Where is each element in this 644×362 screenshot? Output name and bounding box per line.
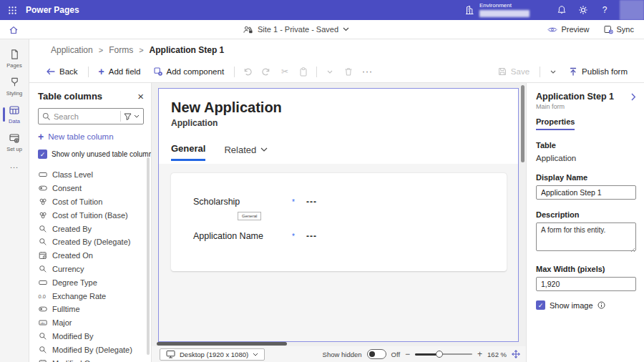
sidebar-item-data[interactable]: Data (0, 101, 29, 129)
table-column-item[interactable]: Created On (38, 249, 151, 263)
sidebar-item-styling[interactable]: Styling (0, 73, 29, 101)
table-column-item[interactable]: Created By (38, 222, 151, 235)
canvas-vertical-scrollbar[interactable] (521, 85, 525, 162)
canvas-horizontal-scrollbar (152, 342, 526, 346)
properties-panel: Application Step 1 Main form Properties … (526, 83, 644, 362)
table-column-item[interactable]: Class Level (38, 168, 151, 182)
table-column-item[interactable]: Modified On (38, 356, 151, 362)
description-textarea[interactable]: A form for this entity. (536, 222, 636, 251)
tab-related[interactable]: Related (224, 143, 268, 161)
info-icon[interactable] (597, 301, 605, 309)
display-name-input[interactable] (536, 185, 636, 200)
horizontal-scrollbar-thumb[interactable] (157, 342, 287, 346)
table-column-item[interactable]: Cost of Tuition (Base) (38, 208, 151, 222)
section-chip[interactable]: General (238, 212, 261, 220)
delete-button[interactable] (342, 61, 355, 82)
device-select-label: Desktop (1920 x 1080) (180, 351, 248, 358)
search-input[interactable] (54, 112, 117, 121)
table-column-item[interactable]: Degree Type (38, 275, 151, 289)
redo-button[interactable] (260, 61, 273, 82)
tab-properties[interactable]: Properties (536, 117, 575, 130)
notifications-button[interactable] (551, 0, 572, 20)
breadcrumb-item[interactable]: Application Step 1 (150, 45, 225, 55)
sidebar-item-pages[interactable]: Pages (0, 45, 29, 73)
toolbar-more-button[interactable]: ··· (358, 67, 377, 77)
form-field-row[interactable]: Scholarship * --- (193, 191, 507, 212)
data-icon (9, 104, 20, 116)
filter-button[interactable] (124, 113, 140, 120)
max-width-input[interactable] (536, 277, 636, 291)
svg-text:abc: abc (40, 321, 45, 325)
waffle-menu-icon[interactable] (0, 0, 24, 20)
plus-icon: + (38, 132, 44, 142)
table-column-item[interactable]: Created By (Delegate) (38, 235, 151, 249)
publish-form-button[interactable]: Publish form (562, 67, 634, 76)
breadcrumb-item[interactable]: Application (51, 45, 93, 55)
table-column-item[interactable]: Modified By (38, 330, 151, 343)
form-section-general: Scholarship * --- Application Name * --- (159, 164, 518, 341)
table-column-item[interactable]: abc Major (38, 316, 151, 330)
back-button[interactable]: Back (39, 61, 84, 82)
environment-picker[interactable]: Environment (464, 3, 530, 17)
table-column-item[interactable]: 0.0 Exchange Rate (38, 289, 151, 303)
show-image-checkbox[interactable] (536, 300, 545, 310)
paste-button[interactable] (297, 61, 310, 82)
site-status[interactable]: Site 1 - Private - Saved (243, 25, 349, 34)
sync-button[interactable]: Sync (604, 25, 634, 34)
paste-options-chevron-icon[interactable] (323, 61, 336, 82)
back-arrow-icon (46, 68, 55, 75)
table-column-item[interactable]: Fulltime (38, 303, 151, 316)
cut-button[interactable]: ✂ (278, 61, 291, 82)
form-canvas: New Application Application General Rela… (152, 83, 526, 342)
zoom-slider-thumb[interactable] (436, 351, 443, 358)
show-image-row: Show image (536, 300, 636, 310)
table-label: Table (536, 141, 636, 150)
tab-general[interactable]: General (171, 143, 205, 161)
new-table-column-button[interactable]: + New table column (38, 132, 151, 142)
fit-to-screen-icon[interactable] (512, 350, 520, 358)
help-button[interactable]: ? (594, 0, 615, 20)
people-lock-icon (243, 26, 253, 34)
optionset-icon (38, 170, 47, 179)
zoom-slider[interactable] (415, 350, 472, 358)
page-icon (9, 49, 20, 60)
save-button[interactable]: Save (492, 67, 536, 76)
nav-rail-more-button[interactable]: ... (10, 161, 19, 170)
form-surface[interactable]: New Application Application General Rela… (158, 88, 519, 342)
table-column-item[interactable]: Consent (38, 182, 151, 195)
panel-title: Table columns (38, 91, 102, 102)
form-field-row[interactable]: Application Name * --- (193, 225, 507, 247)
lookup-icon (38, 346, 47, 354)
show-hidden-toggle[interactable] (367, 349, 386, 359)
svg-text:0.0: 0.0 (39, 293, 46, 299)
settings-button[interactable] (572, 0, 594, 20)
chevron-down-icon (253, 353, 258, 356)
form-title: New Application (171, 99, 506, 116)
undo-button[interactable] (241, 61, 254, 82)
panel-scrollbar[interactable] (147, 157, 150, 355)
device-select[interactable]: Desktop (1920 x 1080) (160, 348, 265, 361)
zoom-out-button[interactable]: − (405, 350, 410, 358)
account-menu[interactable] (620, 0, 644, 20)
chevron-right-icon[interactable] (631, 93, 636, 101)
preview-label: Preview (561, 25, 589, 34)
table-column-item[interactable]: Modified By (Delegate) (38, 343, 151, 356)
add-field-button[interactable]: + Add field (92, 61, 147, 82)
sync-icon (604, 25, 613, 34)
home-button[interactable] (0, 20, 27, 39)
close-panel-button[interactable]: × (137, 91, 144, 102)
breadcrumb-item[interactable]: Forms (109, 45, 133, 55)
canvas-bottom-bar: Desktop (1920 x 1080) Show hidden Off − (152, 346, 526, 362)
new-table-column-label: New table column (48, 132, 113, 141)
preview-button[interactable]: Preview (547, 25, 589, 34)
table-column-item[interactable]: Currency (38, 263, 151, 276)
zoom-in-button[interactable]: + (477, 350, 482, 358)
add-component-button[interactable]: Add component (147, 61, 231, 82)
save-options-chevron-icon[interactable] (547, 70, 560, 74)
environment-name-redacted (479, 10, 530, 17)
sidebar-item-set-up[interactable]: Set up (0, 129, 29, 157)
lookup-icon (38, 265, 47, 273)
table-column-item[interactable]: Cost of Tuition (38, 195, 151, 209)
show-unused-checkbox[interactable] (38, 150, 47, 159)
display-name-label: Display Name (536, 173, 636, 182)
